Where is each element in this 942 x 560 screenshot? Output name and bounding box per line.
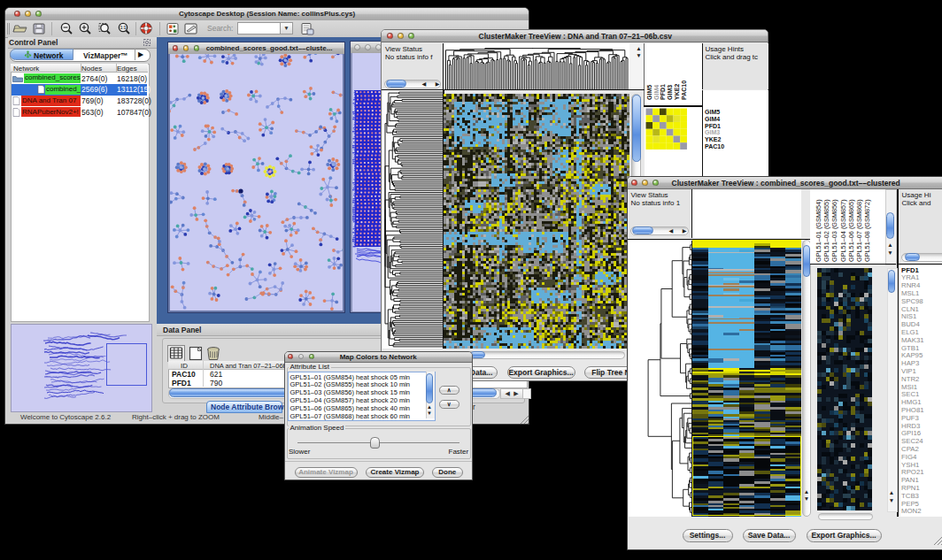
svg-text:MON2: MON2 <box>901 507 922 515</box>
svg-text:GPL51–01 (GSM854): GPL51–01 (GSM854) <box>815 199 822 262</box>
svg-text:ELG1: ELG1 <box>901 327 919 335</box>
svg-text:PHO81: PHO81 <box>901 405 924 413</box>
svg-text:MAK31: MAK31 <box>901 335 924 343</box>
svg-text:GPL51–06 (GSM865): GPL51–06 (GSM865) <box>847 199 855 262</box>
svg-text:RPO21: RPO21 <box>901 468 924 476</box>
svg-text:RPN1: RPN1 <box>901 483 920 491</box>
svg-text:PAC10: PAC10 <box>681 80 687 99</box>
svg-text:GPI16: GPI16 <box>901 429 921 437</box>
svg-text:GPL51–02 (GSM855): GPL51–02 (GSM855) <box>822 199 830 262</box>
svg-text:GIM3: GIM3 <box>667 84 673 99</box>
svg-text:NTR2: NTR2 <box>901 374 919 382</box>
svg-text:YKE2: YKE2 <box>674 83 680 99</box>
svg-text:KAP95: KAP95 <box>901 351 923 359</box>
svg-text:SEC1: SEC1 <box>901 390 919 398</box>
svg-text:HMG1: HMG1 <box>901 398 922 406</box>
svg-text:GPL51–04 (GSM857): GPL51–04 (GSM857) <box>839 199 847 262</box>
svg-text:GPL51–03 (GSM856): GPL51–03 (GSM856) <box>830 199 838 262</box>
svg-text:MSI1: MSI1 <box>901 382 917 390</box>
svg-text:PUF3: PUF3 <box>901 413 919 421</box>
svg-text:YSH1: YSH1 <box>901 460 919 468</box>
svg-text:TCB3: TCB3 <box>901 491 919 499</box>
svg-text:GIM4: GIM4 <box>653 84 660 99</box>
svg-text:PFD1: PFD1 <box>901 265 920 273</box>
svg-text:SPC98: SPC98 <box>901 296 923 304</box>
svg-text:1:1: 1:1 <box>120 26 127 30</box>
svg-text:GTB1: GTB1 <box>901 343 919 351</box>
svg-text:RNR4: RNR4 <box>901 281 921 289</box>
svg-text:PAN1: PAN1 <box>901 476 919 484</box>
svg-text:GPL51–07 (GSM868): GPL51–07 (GSM868) <box>855 199 863 262</box>
svg-text:CPA2: CPA2 <box>901 444 919 452</box>
svg-text:PFD1: PFD1 <box>660 84 666 100</box>
svg-text:CLN1: CLN1 <box>901 304 919 312</box>
svg-text:BUD4: BUD4 <box>901 320 920 328</box>
svg-text:HRD3: HRD3 <box>901 421 920 429</box>
svg-text:FIG4: FIG4 <box>901 452 917 460</box>
svg-text:PEP5: PEP5 <box>901 499 920 507</box>
svg-text:YRA1: YRA1 <box>901 273 919 281</box>
svg-text:GIM5: GIM5 <box>646 84 652 99</box>
svg-text:HAP3: HAP3 <box>901 359 919 367</box>
svg-text:SEC24: SEC24 <box>901 437 923 445</box>
svg-text:VIP1: VIP1 <box>901 366 916 374</box>
svg-text:NIS1: NIS1 <box>901 312 916 320</box>
svg-text:MSL1: MSL1 <box>901 288 919 296</box>
svg-text:GPL51–08 (GSM872): GPL51–08 (GSM872) <box>863 199 871 262</box>
